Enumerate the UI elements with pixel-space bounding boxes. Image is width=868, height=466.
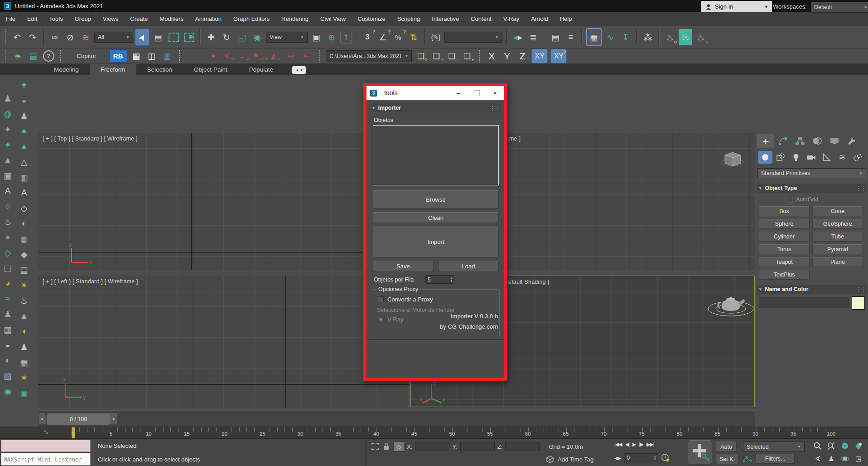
toolbar-drag-handle[interactable] <box>5 29 7 45</box>
menu-item[interactable]: Customize <box>352 12 391 26</box>
document-list-icon[interactable]: ▤ <box>27 50 39 63</box>
autogrid-checkbox[interactable] <box>787 197 793 203</box>
sidebar-tool-icon[interactable]: ● <box>17 123 31 139</box>
geometry-category-icon[interactable] <box>758 151 772 164</box>
annotation-tool-icon[interactable]: ∢45 <box>222 52 237 60</box>
load-button[interactable]: Load <box>438 261 499 272</box>
dialog-minimize-icon[interactable]: – <box>457 89 460 97</box>
menu-item[interactable]: Civil View <box>314 12 352 26</box>
field-of-view-icon[interactable]: ∢ <box>811 453 825 464</box>
time-slider-thumb[interactable]: 0 / 100 <box>47 413 110 425</box>
sidebar-tool-icon[interactable]: ♟ <box>17 339 31 354</box>
viewport-front-label-partial[interactable]: me ] <box>509 136 521 142</box>
mini-curve-editor-icon[interactable]: ∿ <box>43 428 49 436</box>
sidebar-tool-icon[interactable]: ◖ <box>17 324 31 339</box>
select-and-manipulate-icon[interactable]: ⊕ <box>325 29 338 45</box>
percent-snap-icon[interactable]: %? <box>391 29 405 45</box>
spinner-down-icon[interactable]: ▾ <box>450 280 452 282</box>
edit-named-selection-sets-icon[interactable]: {✎} <box>429 29 443 45</box>
rendered-frame-window-icon[interactable]: ♨ <box>679 29 692 45</box>
object-type-button[interactable]: TextPlus <box>759 270 810 280</box>
sidebar-tool-icon[interactable]: ♨ <box>17 293 31 308</box>
motion-tab-icon[interactable] <box>809 134 826 148</box>
sidebar-tool-icon[interactable]: ● <box>1 229 14 245</box>
viewport-perspective-label-partial[interactable]: efault Shading ] <box>508 279 549 285</box>
ribbon-minimize-button[interactable]: ▲▾ <box>292 66 306 74</box>
copitor-button[interactable]: Copitor <box>77 53 96 59</box>
objects-listbox[interactable] <box>373 125 499 185</box>
sidebar-tool-icon[interactable]: ◐ <box>17 216 31 231</box>
filters-button[interactable]: Filters... <box>756 454 795 464</box>
menu-item[interactable]: Scripting <box>391 12 426 26</box>
tab-freeform[interactable]: Freeform <box>90 64 136 75</box>
sidebar-tool-icon[interactable]: ▣ <box>1 168 14 183</box>
axis-xy-flyout-button[interactable]: XY? <box>550 49 567 63</box>
undo-icon[interactable]: ↶ <box>10 29 24 45</box>
object-type-button[interactable]: Sphere <box>759 219 810 229</box>
spacewarps-category-icon[interactable]: ≋ <box>835 151 849 164</box>
zoom-extents-all-icon[interactable] <box>852 441 865 451</box>
convert-proxy-checkbox[interactable] <box>378 296 384 302</box>
menu-item[interactable]: Arnold <box>525 12 554 26</box>
sidebar-tool-icon[interactable]: ◕ <box>1 276 14 291</box>
sidebar-tool-icon[interactable]: ♟ <box>17 108 31 123</box>
playback-button[interactable]: ▶▶| <box>646 442 654 447</box>
menu-item[interactable]: Help <box>554 12 578 26</box>
menu-item[interactable]: Group <box>69 12 97 26</box>
x-coordinate-input[interactable] <box>415 442 449 451</box>
align-icon[interactable]: ≣ <box>526 29 540 45</box>
menu-item[interactable]: Interactive <box>426 12 465 26</box>
script-clipboard-icon[interactable]: ❏▫ <box>445 50 458 63</box>
sign-in-button[interactable]: Sign In ▼ <box>701 1 772 12</box>
sidebar-tool-icon[interactable]: ▢ <box>1 260 14 276</box>
selection-filter-dropdown[interactable]: All ▼ <box>94 32 133 43</box>
reference-coordinate-dropdown[interactable]: View ▼ <box>266 32 308 43</box>
sidebar-tool-icon[interactable]: ◉ <box>17 385 31 401</box>
object-type-button[interactable]: Cylinder <box>759 232 810 242</box>
menu-item[interactable]: Graph Editors <box>227 12 275 26</box>
help-icon[interactable]: ? <box>42 50 55 63</box>
axis-z-button[interactable]: Z <box>516 49 529 63</box>
select-by-name-icon[interactable]: ▤ <box>151 29 165 45</box>
select-and-place-icon[interactable]: ◉ <box>251 29 264 45</box>
object-name-input[interactable] <box>759 297 849 308</box>
annotation-tool-icon[interactable]: ←50 <box>237 52 252 60</box>
tab-selection[interactable]: Selection <box>136 64 183 75</box>
sidebar-tool-icon[interactable]: ▲ <box>17 308 31 324</box>
sidebar-tool-icon[interactable]: ◐ <box>1 353 14 368</box>
spinner-snap-icon[interactable]: ⇅ <box>407 29 420 45</box>
dialog-title-bar[interactable]: 3 tools – × <box>366 86 504 100</box>
playback-button[interactable]: |▶ <box>639 442 643 447</box>
viewport-top-label[interactable]: [ + ] [ Top ] [ Standard ] [ Wireframe ] <box>43 136 138 142</box>
tab-object-paint[interactable]: Object Paint <box>183 64 238 75</box>
zoom-icon[interactable] <box>811 441 825 451</box>
mirror-icon[interactable]: ◀▶ <box>511 29 525 45</box>
playback-button[interactable]: |◀◀ <box>614 442 622 447</box>
sidebar-tool-icon[interactable]: ○ <box>1 199 14 214</box>
window-crossing-icon[interactable] <box>182 29 196 45</box>
object-type-button[interactable]: GeoSphere <box>812 219 863 229</box>
script-run-icon[interactable]: ❏▸ <box>461 50 473 63</box>
y-coordinate-input[interactable] <box>460 442 495 451</box>
viewport-left[interactable]: [ + ] [ Left ] [ Standard ] [ Wireframe … <box>39 276 409 408</box>
object-type-button[interactable]: Box <box>759 206 810 216</box>
script-settings-icon[interactable]: ❏⚙ <box>415 50 427 63</box>
sidebar-tool-icon[interactable]: ✶ <box>17 370 31 385</box>
sidebar-tool-icon[interactable]: A <box>1 183 14 199</box>
project-path-dropdown[interactable]: C:\Users\Ara...3ds Max 2021 ▼ <box>326 50 412 62</box>
annotation-tool-icon[interactable]: ⇤ <box>299 52 314 60</box>
sidebar-tool-icon[interactable]: ▤ <box>17 262 31 277</box>
z-coordinate-input[interactable] <box>505 442 540 451</box>
angle-snap-icon[interactable]: ∠? <box>376 29 390 45</box>
import-button[interactable]: Import <box>373 226 499 257</box>
set-key-button[interactable]: Set K. <box>716 454 738 464</box>
script-new-icon[interactable]: ❏▪ <box>430 50 443 63</box>
forest-tools-icon[interactable]: ♠♠ <box>11 50 24 63</box>
sidebar-tool-icon[interactable]: ▲ <box>1 152 14 168</box>
tab-populate[interactable]: Populate <box>238 64 284 75</box>
toggle-layer-explorer-icon[interactable]: ≡ <box>564 29 578 45</box>
object-type-button[interactable]: Cone <box>812 206 863 216</box>
select-and-rotate-icon[interactable]: ↻ <box>220 29 233 45</box>
object-type-rollout[interactable]: ▾ Object Type <box>757 184 867 193</box>
sidebar-tool-icon[interactable]: ♟ <box>1 306 14 322</box>
